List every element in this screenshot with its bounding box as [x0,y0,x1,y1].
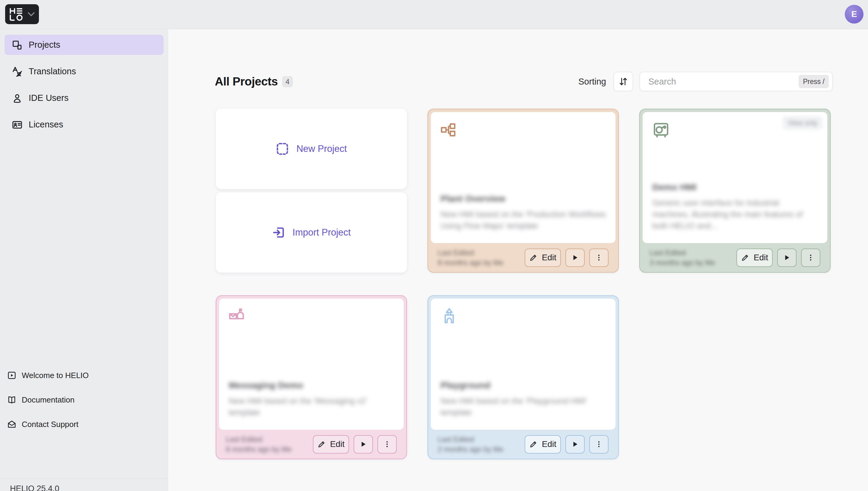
sidebar: Projects Translations IDE Users [0,29,168,491]
utility-item-label: Welcome to HELIO [22,371,89,380]
envelope-icon [7,420,16,429]
kebab-menu-icon [807,254,815,261]
edit-button[interactable]: Edit [737,249,773,267]
project-card-footer: Last Edited 6 months ago by Me Edit [216,430,406,459]
new-project-card[interactable]: New Project [216,109,407,189]
new-project-label: New Project [296,143,347,154]
run-button[interactable] [353,435,373,454]
more-options-button[interactable] [377,435,397,454]
play-icon [359,440,367,448]
project-description: Generic user interface for industrial ma… [652,197,817,232]
machine-icon [652,121,670,139]
pencil-icon [529,253,538,262]
more-options-button[interactable] [801,249,820,267]
sidebar-item-welcome[interactable]: Welcome to HELIO [7,367,158,384]
meta-last-edited: Last Edited [226,434,291,444]
castle-icon [440,308,458,325]
project-card-body: Plant Overview New HMI based on the 'Pro… [431,112,616,243]
project-count-badge: 4 [282,76,293,87]
app-version: HELIO 25.4.0 [10,484,59,491]
project-title: Plant Overview [440,194,606,204]
sidebar-item-documentation[interactable]: Documentation [7,392,158,408]
chevron-down-icon [28,12,35,16]
project-description: New HMI based on the 'Production Workflo… [440,209,606,232]
project-card-plant-overview[interactable]: Plant Overview New HMI based on the 'Pro… [428,109,619,273]
play-icon [571,440,579,448]
kebab-menu-icon [595,254,603,261]
meta-edited-ago: 2 months ago by Me [438,444,503,454]
import-project-card[interactable]: Import Project [216,192,407,273]
meta-edited-ago: 8 months ago by Me [438,258,503,267]
play-icon [783,254,791,261]
kebab-menu-icon [383,440,391,448]
edit-button[interactable]: Edit [525,435,561,454]
sorting-label: Sorting [578,77,606,87]
run-button[interactable] [565,249,585,267]
project-title: Playground [440,380,606,391]
meta-edited-ago: 6 months ago by Me [226,444,291,454]
user-icon [12,93,23,104]
project-card-body: Messaging Demo New HMI based on the 'Mes… [219,299,404,430]
edit-button-label: Edit [542,253,556,262]
edit-button-label: Edit [542,439,556,449]
sidebar-item-contact-support[interactable]: Contact Support [7,416,158,433]
view-only-badge: View only [783,116,823,129]
search-box: Press / [640,72,833,91]
book-icon [7,395,16,404]
utility-item-label: Contact Support [22,420,79,429]
sidebar-item-translations[interactable]: Translations [4,61,163,82]
utility-item-label: Documentation [22,395,74,405]
more-options-button[interactable] [589,435,609,454]
mailbox-icon [229,308,246,325]
project-card-body: Playground New HMI based on the 'Playgro… [431,299,616,430]
kebab-menu-icon [595,440,603,448]
sidebar-item-label: Projects [29,40,60,50]
pencil-icon [529,440,538,449]
top-bar: E [0,0,868,29]
search-input[interactable] [648,77,799,87]
project-card-body: View only Demo HMI Generic user interfac… [643,112,827,243]
project-card-footer: Last Edited 2 months ago by Me Edit [428,430,618,459]
project-title: Messaging Demo [229,380,394,391]
user-avatar[interactable]: E [845,5,864,24]
meta-last-edited: Last Edited [438,434,503,444]
helio-logo-icon [9,7,24,21]
pencil-icon [317,440,326,449]
edit-button[interactable]: Edit [525,249,561,267]
edit-button-label: Edit [330,439,345,449]
meta-last-edited: Last Edited [438,248,503,258]
flow-map-icon [440,121,458,139]
search-shortcut-hint: Press / [799,75,829,88]
project-card-demo-hmi[interactable]: View only Demo HMI Generic user interfac… [639,109,831,273]
play-icon [571,254,579,261]
project-description: New HMI based on the 'Playground HMI' te… [440,395,606,418]
project-description: New HMI based on the 'Messaging v2' temp… [229,395,394,418]
project-card-playground[interactable]: Playground New HMI based on the 'Playgro… [428,295,619,459]
project-card-footer: Last Edited 3 months ago by Me Edit [640,243,830,272]
license-card-icon [12,119,23,130]
project-card-messaging-demo[interactable]: Messaging Demo New HMI based on the 'Mes… [216,295,407,459]
sidebar-item-ide-users[interactable]: IDE Users [4,88,163,108]
more-options-button[interactable] [589,249,609,267]
play-video-icon [7,371,16,380]
import-project-label: Import Project [293,227,351,238]
project-card-footer: Last Edited 8 months ago by Me Edit [428,243,618,272]
sidebar-item-licenses[interactable]: Licenses [4,114,163,135]
edit-button-label: Edit [754,253,768,262]
page-title: All Projects [215,75,278,88]
import-icon [272,226,285,239]
sort-arrows-icon [618,77,628,87]
sidebar-item-projects[interactable]: Projects [4,35,163,55]
translations-icon [12,66,23,77]
sort-direction-button[interactable] [614,72,633,91]
projects-icon [12,39,23,51]
sidebar-item-label: IDE Users [29,93,68,103]
meta-last-edited: Last Edited [650,248,715,258]
helio-logo-menu[interactable] [5,4,39,24]
sidebar-item-label: Translations [29,66,76,77]
sidebar-item-label: Licenses [29,120,63,129]
run-button[interactable] [777,249,797,267]
edit-button[interactable]: Edit [313,435,349,454]
run-button[interactable] [565,435,585,454]
sidebar-divider [0,478,168,479]
